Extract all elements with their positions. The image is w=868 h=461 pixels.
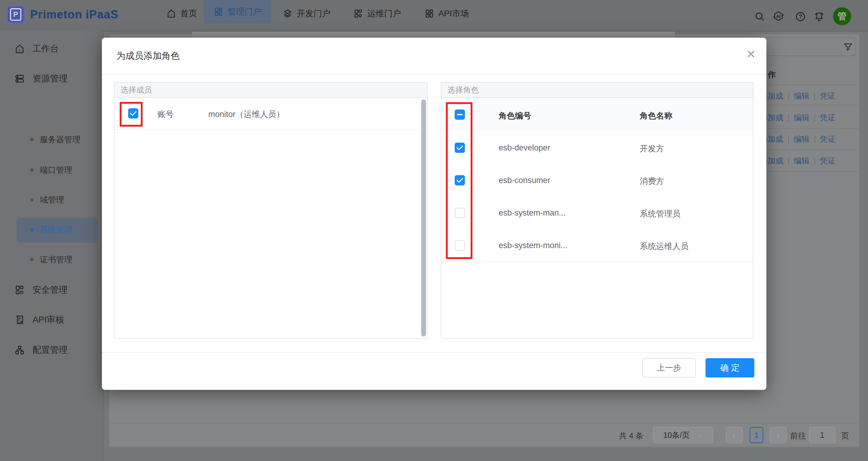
sidebar-item-api-audit[interactable]: API审核 xyxy=(0,309,103,331)
top-navigation-bar: P Primeton iPaaS 首页 管理门户 开发门户 运维门户 API市场… xyxy=(0,0,868,32)
filter-funnel-icon[interactable] xyxy=(843,42,853,53)
annotation-box-member-checkbox xyxy=(120,102,143,127)
ai-assistant-icon[interactable]: AI xyxy=(772,10,785,24)
edit-link[interactable]: 编辑 xyxy=(794,113,809,123)
role-row[interactable]: esb-system-moni... 系统运维人员 xyxy=(441,229,753,262)
role-name: 系统管理员 xyxy=(640,208,680,219)
member-row[interactable]: 账号 monitor（运维人员） xyxy=(115,98,420,130)
sidebar-item-certificate-management[interactable]: 证书管理 xyxy=(0,250,103,269)
role-panel-header: 选择角色 xyxy=(441,83,753,98)
goto-label: 前往 xyxy=(790,431,806,441)
table-row: 添加成员 | 编辑 | 凭证 xyxy=(760,155,859,167)
screen: 作 添加成员 | 编辑 | 凭证 添加成员 | 编辑 | 凭证 添加成员 | 编… xyxy=(0,0,868,461)
sidebar-item-resource-management[interactable]: 资源管理 xyxy=(0,68,103,89)
column-header-role-code: 角色编号 xyxy=(499,110,531,121)
logo-icon: P xyxy=(7,5,25,24)
role-table-header-row: 角色编号 角色名称 xyxy=(441,98,753,132)
add-roles-to-member-dialog: 为成员添加角色 ✕ 选择成员 账号 monitor（运维人员） 选择角色 角色编… xyxy=(102,38,766,390)
credential-link[interactable]: 凭证 xyxy=(820,134,836,145)
nav-item-dev-portal[interactable]: 开发门户 xyxy=(283,2,331,25)
nav-item-home[interactable]: 首页 xyxy=(166,2,197,25)
svg-text:AI: AI xyxy=(776,14,781,19)
role-code: esb-system-moni... xyxy=(499,241,567,250)
sidebar-item-config-management[interactable]: 配置管理 xyxy=(0,339,103,361)
dialog-header-divider xyxy=(102,74,766,75)
server-icon xyxy=(14,73,25,84)
member-select-panel: 选择成员 账号 monitor（运维人员） xyxy=(114,82,428,339)
grid-icon xyxy=(425,9,434,19)
role-code: esb-developer xyxy=(499,143,550,153)
user-avatar[interactable]: 管 xyxy=(833,7,851,25)
grid-icon xyxy=(214,7,223,17)
notification-bell-icon[interactable] xyxy=(813,11,825,24)
sidebar-item-system-management[interactable]: 系统管理 xyxy=(0,220,103,239)
table-row: 添加成员 | 编辑 | 凭证 xyxy=(760,112,859,124)
sidebar-item-domain-management[interactable]: 域管理 xyxy=(0,190,103,210)
page-unit-label: 页 xyxy=(841,431,849,441)
nav-item-api-market[interactable]: API市场 xyxy=(425,2,469,25)
table-ops-column-header: 作 xyxy=(768,69,776,80)
nav-item-ops-portal[interactable]: 运维门户 xyxy=(353,2,401,25)
role-name: 系统运维人员 xyxy=(640,241,689,252)
table-row: 添加成员 | 编辑 | 凭证 xyxy=(760,90,859,102)
dialog-footer-divider xyxy=(102,352,766,353)
svg-text:?: ? xyxy=(799,13,802,20)
edit-link[interactable]: 编辑 xyxy=(794,91,809,101)
sidebar-item-workbench[interactable]: 工作台 xyxy=(0,38,103,59)
role-name: 消费方 xyxy=(640,176,664,187)
edit-link[interactable]: 编辑 xyxy=(794,134,809,145)
layers-icon xyxy=(283,9,292,19)
page-input[interactable]: 1 xyxy=(809,427,835,443)
scrollbar-thumb[interactable] xyxy=(421,99,426,336)
current-page-button[interactable]: 1 xyxy=(749,427,764,443)
grid-icon xyxy=(353,9,363,19)
column-header-role-name: 角色名称 xyxy=(640,110,672,121)
dialog-title: 为成员添加角色 xyxy=(116,50,180,62)
edit-link[interactable]: 编辑 xyxy=(794,156,809,166)
role-name: 开发方 xyxy=(640,143,664,154)
sitemap-icon xyxy=(14,345,25,355)
prev-page-button[interactable]: ‹ xyxy=(726,427,743,443)
confirm-button[interactable]: 确 定 xyxy=(706,358,754,377)
role-code: esb-system-man... xyxy=(499,208,566,218)
document-check-icon xyxy=(14,315,25,325)
pagination-divider xyxy=(110,423,859,424)
search-icon[interactable] xyxy=(754,11,765,23)
member-panel-header: 选择成员 xyxy=(115,83,427,98)
credential-link[interactable]: 凭证 xyxy=(820,156,836,166)
close-icon[interactable]: ✕ xyxy=(743,47,758,62)
member-field-label: 账号 xyxy=(157,109,174,120)
next-page-button[interactable]: › xyxy=(770,427,786,443)
brand-name: Primeton iPaaS xyxy=(30,8,119,21)
help-icon[interactable]: ? xyxy=(795,11,806,23)
sidebar-item-security-management[interactable]: 安全管理 xyxy=(0,279,103,301)
credential-link[interactable]: 凭证 xyxy=(820,113,836,123)
sidebar-item-server-management[interactable]: 服务器管理 xyxy=(0,130,103,149)
previous-step-button[interactable]: 上一步 xyxy=(642,358,696,377)
chevron-down-icon: ⌄ xyxy=(698,431,703,439)
role-row[interactable]: esb-system-man... 系统管理员 xyxy=(441,196,753,229)
page-size-select[interactable]: 10条/页⌄ xyxy=(653,427,713,443)
home-icon xyxy=(166,9,176,19)
sidebar-item-port-management[interactable]: 端口管理 xyxy=(0,160,103,180)
sidebar: 工作台 资源管理 服务器管理 端口管理 域管理 系统管理 证书管理 安全管理 xyxy=(0,31,103,461)
grid-icon xyxy=(14,285,25,295)
role-select-panel: 选择角色 角色编号 角色名称 esb-developer 开发方 esb-con… xyxy=(441,82,753,339)
role-code: esb-consumer xyxy=(499,176,550,185)
nav-item-admin-portal[interactable]: 管理门户 xyxy=(204,0,271,24)
member-account-value: monitor（运维人员） xyxy=(208,109,284,120)
role-row[interactable]: esb-consumer 消费方 xyxy=(441,164,753,197)
role-row[interactable]: esb-developer 开发方 xyxy=(441,131,753,164)
pagination-total: 共 4 条 xyxy=(619,431,643,441)
table-row: 添加成员 | 编辑 | 凭证 xyxy=(760,133,859,145)
home-icon xyxy=(14,44,25,54)
credential-link[interactable]: 凭证 xyxy=(820,91,836,101)
brand-logo[interactable]: P Primeton iPaaS xyxy=(7,5,119,24)
annotation-box-role-checkboxes xyxy=(446,102,472,259)
filter-search-box[interactable] xyxy=(759,37,856,56)
